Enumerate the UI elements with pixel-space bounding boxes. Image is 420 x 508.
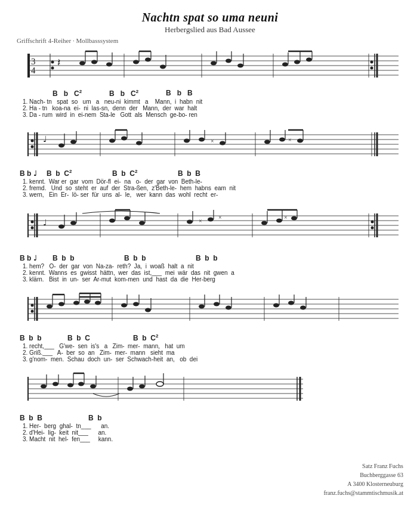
svg-point-11 bbox=[51, 67, 54, 70]
lyric-1-2: 2. Ha - tn koa-na ei- ni las-sn, denn de… bbox=[23, 105, 403, 111]
lyric-4-2: 2. Griß.___ A- ber so an Zim- mer- mann … bbox=[23, 349, 403, 356]
svg-point-59 bbox=[58, 144, 64, 148]
cl-rest bbox=[20, 89, 52, 98]
footer-line3: A 3400 Klosterneuburg bbox=[323, 479, 403, 488]
cl-b2: B b C2 bbox=[109, 89, 166, 98]
svg-rect-53 bbox=[27, 132, 29, 156]
stave-section-1: 3 4 𝄽 bbox=[17, 45, 403, 118]
svg-point-122 bbox=[261, 221, 267, 225]
svg-point-36 bbox=[282, 63, 288, 67]
lyrics-1: 1. Nach- tn spat so um a neu-ni kimmt a … bbox=[17, 98, 403, 118]
svg-point-69 bbox=[136, 141, 142, 145]
chord-b2: B b C2 bbox=[109, 89, 166, 98]
lyric-4-1: 1. recht,___ G'we- sen is's a Zim- mer- … bbox=[23, 343, 403, 349]
svg-point-55 bbox=[31, 145, 34, 148]
svg-point-192 bbox=[78, 382, 84, 386]
svg-point-102 bbox=[58, 225, 64, 229]
svg-rect-185 bbox=[27, 377, 29, 401]
svg-point-112 bbox=[139, 221, 145, 225]
svg-text:×: × bbox=[288, 137, 292, 143]
lyric-1-3: 3. Da - rum wird in ei-nem Sta-le Gott a… bbox=[23, 111, 403, 118]
svg-point-132 bbox=[371, 227, 374, 230]
svg-text:×: × bbox=[284, 214, 288, 221]
footer-line2: Buchberggasse 63 bbox=[323, 470, 403, 479]
svg-point-190 bbox=[67, 383, 73, 388]
cl-b1: B b C2 bbox=[52, 89, 109, 98]
footer-info: Satz Franz Fuchs Buchberggasse 63 A 3400… bbox=[323, 461, 403, 497]
stave-section-2: ♩ × bbox=[17, 124, 403, 198]
chord3-b1: B b ♩ bbox=[20, 254, 37, 262]
svg-point-104 bbox=[70, 221, 76, 225]
svg-point-98 bbox=[31, 227, 34, 230]
svg-point-124 bbox=[276, 219, 282, 223]
svg-point-45 bbox=[370, 67, 373, 70]
chord-b3: B b B bbox=[166, 89, 223, 97]
cl2-b1: B b ♩ bbox=[20, 168, 47, 178]
lyric-4-3: 3. g'nom- men. Schau doch un- ser Schwac… bbox=[23, 356, 403, 363]
svg-point-40 bbox=[306, 58, 312, 62]
lyric-3-2: 2. kennt. Wanns es gwisst hättn, wer das… bbox=[23, 270, 403, 276]
cl2-b3: B b C2 bbox=[112, 168, 178, 178]
stave-section-3: ♩ × × bbox=[17, 204, 403, 283]
chords-4: B b b B b C B b C2 bbox=[17, 332, 403, 343]
lyric-3-3: 3. klärn. Bist in un- ser Ar-mut kom-men… bbox=[23, 276, 403, 283]
svg-point-33 bbox=[237, 64, 243, 68]
chords-lyrics-1: B b C2 B b C2 B b B bbox=[17, 89, 403, 98]
chord2-b3: B b C2 bbox=[112, 169, 137, 178]
cl3-b2: B b b bbox=[52, 252, 124, 263]
svg-point-10 bbox=[51, 61, 54, 64]
chords-2: B b ♩ B b C2 B b C2 B b B bbox=[17, 168, 403, 178]
footer-line4: franz.fuchs@stammtischmusik.at bbox=[323, 488, 403, 497]
cl4-b1: B b b bbox=[20, 332, 67, 343]
stave-section-5: B b B B b 1. Her- berg ghal- tn___ an. 2… bbox=[17, 368, 403, 442]
svg-point-161 bbox=[133, 302, 139, 306]
chord4-b1: B b b bbox=[20, 334, 42, 342]
lyric-1-1: 1. Nach- tn spat so um a neu-ni kimmt a … bbox=[23, 98, 403, 105]
svg-point-38 bbox=[294, 60, 300, 64]
stave-svg-4 bbox=[17, 289, 403, 332]
cl-b3: B b B bbox=[166, 89, 223, 98]
svg-point-15 bbox=[91, 60, 97, 64]
cl2-b2: B b C2 bbox=[47, 168, 112, 178]
chord-b1: B b C2 bbox=[52, 89, 109, 98]
chord4-b2: B b C bbox=[67, 334, 90, 342]
lyric-2-2: 2. fremd. Und so steht er auf der Stra-ß… bbox=[23, 185, 403, 191]
lyric-5-1: 1. Her- berg ghal- tn___ an. bbox=[23, 423, 403, 429]
svg-point-142 bbox=[31, 310, 34, 313]
svg-point-152 bbox=[84, 300, 90, 304]
stave-svg-3: ♩ × × bbox=[17, 204, 403, 252]
lyrics-4: 1. recht,___ G'we- sen is's a Zim- mer- … bbox=[17, 343, 403, 363]
svg-point-127 bbox=[291, 216, 297, 221]
svg-point-145 bbox=[47, 305, 52, 309]
svg-point-97 bbox=[31, 221, 34, 224]
chord2-b4: B b B bbox=[178, 169, 200, 178]
svg-text:♩: ♩ bbox=[43, 218, 47, 227]
svg-point-74 bbox=[199, 138, 205, 142]
svg-point-163 bbox=[145, 308, 151, 312]
svg-point-166 bbox=[199, 305, 205, 309]
svg-point-85 bbox=[297, 139, 303, 143]
stave-section-4: B b b B b C B b C2 1. recht,___ G'we- se… bbox=[17, 289, 403, 363]
svg-point-186 bbox=[41, 385, 47, 389]
svg-point-177 bbox=[300, 306, 306, 310]
svg-point-173 bbox=[273, 303, 279, 308]
svg-point-118 bbox=[208, 218, 214, 222]
chords-5: B b B B b bbox=[17, 412, 403, 423]
chord3-b4: B b b bbox=[196, 254, 218, 262]
lyric-5-2: 2. d'Hei- lig- keit nit___ an. bbox=[23, 429, 403, 436]
svg-point-31 bbox=[226, 59, 231, 63]
svg-text:𝄽: 𝄽 bbox=[57, 59, 60, 66]
svg-rect-96 bbox=[27, 213, 29, 237]
svg-text:♩: ♩ bbox=[43, 135, 47, 144]
svg-point-61 bbox=[70, 140, 76, 144]
svg-text:×: × bbox=[218, 214, 222, 221]
cl3-b1: B b ♩ bbox=[20, 252, 52, 263]
cl4-b3: B b C2 bbox=[133, 332, 199, 343]
griffschrift-label: Griffschrift 4-Reiher · Mollbasssystem bbox=[17, 37, 403, 44]
svg-point-170 bbox=[226, 306, 231, 310]
svg-point-109 bbox=[124, 216, 130, 221]
svg-text:×: × bbox=[211, 138, 214, 144]
svg-point-66 bbox=[121, 137, 127, 141]
svg-point-21 bbox=[133, 60, 139, 64]
lyrics-5: 1. Her- berg ghal- tn___ an. 2. d'Hei- l… bbox=[17, 423, 403, 442]
